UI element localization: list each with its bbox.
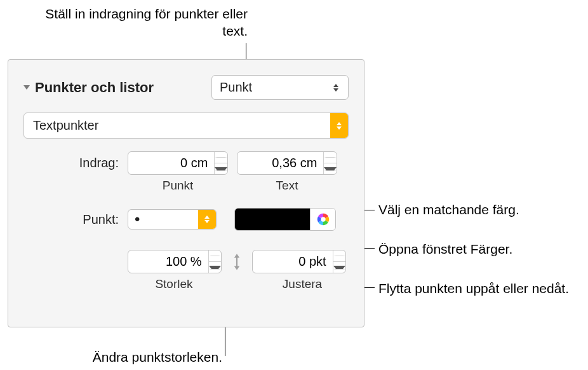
list-style-value: Punkt: [220, 80, 252, 95]
color-wheel-icon: [316, 212, 330, 226]
indent-bullet-sublabel: Punkt: [128, 179, 228, 193]
indent-text-input[interactable]: [237, 152, 323, 174]
callout-matching-color: Välj en matchande färg.: [378, 201, 519, 218]
size-stepper[interactable]: [128, 250, 222, 273]
bullet-char-value: •: [128, 210, 198, 229]
section-title-text: Punkter och listor: [35, 79, 154, 96]
align-stepper[interactable]: [252, 250, 346, 273]
stepper-up-icon[interactable]: [209, 250, 221, 262]
bullet-color-control: [234, 208, 336, 231]
color-wheel-button[interactable]: [310, 209, 335, 230]
stepper-down-icon[interactable]: [209, 262, 221, 273]
vertical-align-icon: [228, 252, 246, 271]
bullet-type-dropdown[interactable]: Textpunkter: [23, 113, 349, 139]
callout-move-bullet: Flytta punkten uppåt eller nedåt.: [378, 280, 569, 297]
stepper-up-icon[interactable]: [333, 250, 345, 262]
indent-bullet-stepper[interactable]: [128, 151, 228, 175]
stepper-down-icon[interactable]: [215, 163, 227, 174]
dropdown-button-icon: [198, 210, 216, 229]
size-input[interactable]: [128, 250, 208, 273]
chevrons-icon: [331, 84, 340, 92]
list-style-dropdown[interactable]: Punkt: [211, 75, 349, 100]
color-swatch-well[interactable]: [235, 209, 310, 230]
bullet-char-dropdown[interactable]: •: [128, 209, 217, 230]
callout-bullet-size: Ändra punktstorleken.: [38, 348, 222, 366]
bullet-label: Punkt:: [23, 212, 119, 227]
stepper-up-icon[interactable]: [324, 152, 337, 163]
section-header[interactable]: Punkter och listor: [23, 79, 201, 96]
stepper-up-icon[interactable]: [215, 152, 227, 163]
stepper-buttons[interactable]: [208, 250, 221, 273]
dropdown-button-icon: [330, 113, 348, 138]
indent-text-stepper[interactable]: [237, 151, 337, 175]
stepper-buttons[interactable]: [214, 152, 227, 174]
align-input[interactable]: [253, 250, 333, 273]
indent-text-sublabel: Text: [237, 179, 337, 193]
indent-bullet-input[interactable]: [128, 152, 214, 174]
stepper-down-icon[interactable]: [333, 262, 345, 273]
size-sublabel: Storlek: [128, 277, 220, 291]
stepper-buttons[interactable]: [333, 250, 345, 273]
align-sublabel: Justera: [256, 277, 349, 291]
bullet-type-value: Textpunkter: [24, 113, 330, 138]
callout-open-colors: Öppna fönstret Färger.: [378, 240, 512, 257]
stepper-buttons[interactable]: [323, 152, 337, 174]
disclosure-triangle-icon: [23, 85, 30, 90]
indent-label: Indrag:: [23, 156, 119, 170]
stepper-down-icon[interactable]: [324, 163, 337, 174]
bullets-lists-panel: Punkter och listor Punkt Textpunkter Ind…: [8, 59, 364, 327]
svg-point-0: [321, 217, 325, 221]
callout-indentation: Ställ in indragning för punkter eller te…: [44, 5, 248, 40]
